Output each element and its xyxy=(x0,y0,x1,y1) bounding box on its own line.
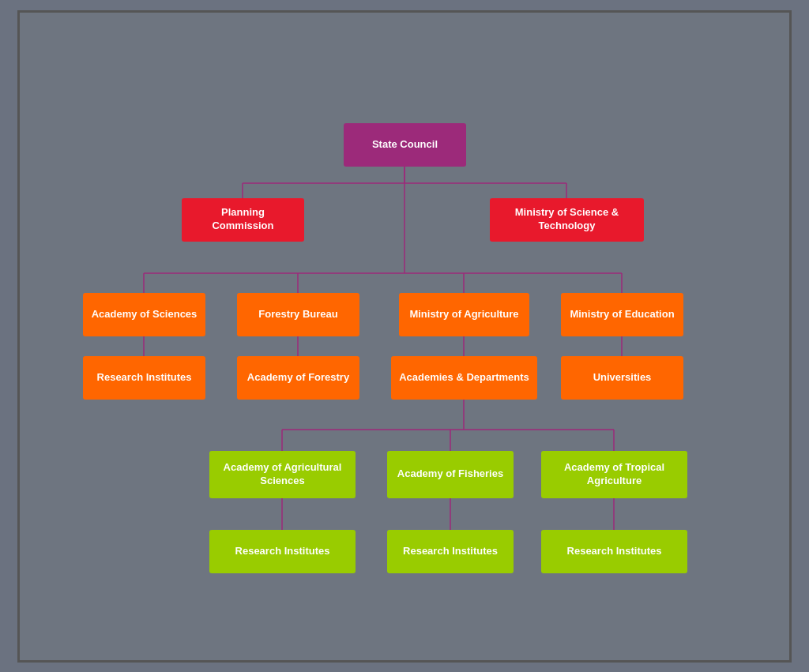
ministry-sci-tech-node: Ministry of Science & Technology xyxy=(490,198,644,242)
research-institutes-4-node: Research Institutes xyxy=(541,530,687,573)
academies-departments-node: Academies & Departments xyxy=(391,356,537,400)
canvas: State Council Planning Commission Minist… xyxy=(17,10,792,663)
ministry-agriculture-node: Ministry of Agriculture xyxy=(399,293,529,336)
universities-node: Universities xyxy=(561,356,683,400)
academy-fisheries-node: Academy of Fisheries xyxy=(387,451,514,498)
state-council-node: State Council xyxy=(344,123,466,167)
planning-commission-node: Planning Commission xyxy=(182,198,304,242)
research-institutes-3-node: Research Institutes xyxy=(387,530,514,573)
academy-sciences-node: Academy of Sciences xyxy=(83,293,205,336)
academy-forestry-node: Academy of Forestry xyxy=(237,356,359,400)
forestry-bureau-node: Forestry Bureau xyxy=(237,293,359,336)
ministry-education-node: Ministry of Education xyxy=(561,293,683,336)
academy-tropical-agri-node: Academy of Tropical Agriculture xyxy=(541,451,687,498)
research-institutes-1-node: Research Institutes xyxy=(83,356,205,400)
org-chart: State Council Planning Commission Minist… xyxy=(36,28,773,644)
academy-agri-sciences-node: Academy of Agricultural Sciences xyxy=(209,451,356,498)
research-institutes-2-node: Research Institutes xyxy=(209,530,356,573)
